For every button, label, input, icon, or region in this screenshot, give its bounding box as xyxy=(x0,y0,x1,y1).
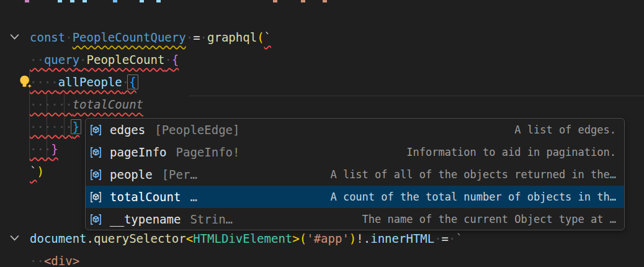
code-token: totalCount xyxy=(73,97,143,111)
code-token: < xyxy=(186,232,193,245)
code-token: · xyxy=(164,53,171,66)
suggest-item-label: people xyxy=(110,168,153,181)
clipped-code-fragment xyxy=(70,0,74,2)
clipped-code-fragment xyxy=(58,0,62,2)
squiggle-red-segment: ······} xyxy=(30,120,79,134)
code-token: ` xyxy=(264,30,271,44)
symbol-field-icon xyxy=(89,190,105,204)
suggest-item-label: pageInfo xyxy=(110,145,167,159)
squiggle-red-segment: ` xyxy=(264,30,271,44)
code-token: . xyxy=(364,232,370,245)
clipped-code-fragment xyxy=(273,0,277,2)
clipped-code-fragment xyxy=(301,0,305,2)
ghost-text-divider xyxy=(189,96,644,96)
code-token: ······ xyxy=(30,120,73,134)
code-segment: ·=·graphql( xyxy=(186,30,264,44)
code-token: ) xyxy=(349,232,356,245)
suggest-item-totalCount[interactable]: totalCount…A count of the total number o… xyxy=(86,186,624,208)
clipped-code-fragment xyxy=(113,0,117,2)
code-token: innerHTML xyxy=(370,232,434,245)
bracket-match-box: { xyxy=(127,75,138,89)
code-token: ( xyxy=(300,232,306,245)
code-segment: ) xyxy=(37,165,43,178)
suggest-item-description: A count of the total number of objects i… xyxy=(319,191,616,203)
code-line[interactable]: `) xyxy=(30,160,44,183)
code-line[interactable]: ····allPeople·{ xyxy=(30,71,136,93)
suggest-item-pageInfo[interactable]: pageInfoPageInfo!Information to aid in p… xyxy=(86,141,624,163)
code-line[interactable]: ··<div> xyxy=(30,250,79,267)
code-token: ) xyxy=(37,165,43,178)
code-token: query xyxy=(44,53,79,66)
clipped-code-fragment xyxy=(156,0,161,2)
code-token: . xyxy=(87,232,94,245)
suggest-item-__typename[interactable]: __typenameStrin…The name of the current … xyxy=(86,208,624,230)
code-token: graphql xyxy=(207,30,257,44)
code-token: ·· xyxy=(30,254,44,267)
code-token: · xyxy=(449,232,455,245)
code-segment: document.querySelector<HTMLDivElement>('… xyxy=(30,232,463,245)
fold-chevron-icon[interactable] xyxy=(9,31,21,43)
code-token: > xyxy=(292,232,299,245)
code-line[interactable]: ······} xyxy=(30,115,79,138)
code-token: ······ xyxy=(30,97,73,111)
suggest-item-type: … xyxy=(190,190,197,204)
code-editor: const·PeopleCountQuery·=·graphql(`··quer… xyxy=(0,0,644,267)
suggest-item-type: [PeopleEdge] xyxy=(154,123,239,137)
suggest-item-description: Information to aid in pagination. xyxy=(395,146,616,158)
code-segment: ··<div> xyxy=(30,254,79,267)
suggest-item-description: A list of all of the objects returned in… xyxy=(319,168,616,181)
symbol-field-icon xyxy=(89,123,105,137)
fold-chevron-icon[interactable] xyxy=(9,232,21,245)
code-segment: const· xyxy=(30,30,73,44)
code-token: · xyxy=(434,232,441,245)
code-line[interactable]: ··query·PeopleCount·{ xyxy=(30,48,179,71)
squiggle-red-segment: ······totalCount xyxy=(30,97,143,111)
suggest-item-type: Strin… xyxy=(190,212,233,226)
code-token: { xyxy=(172,53,179,66)
code-line[interactable]: ······totalCount xyxy=(30,93,143,115)
code-token: const xyxy=(30,30,65,44)
squiggle-red-segment: ····allPeople·{ xyxy=(30,75,136,89)
code-token: ` xyxy=(30,165,37,178)
suggest-item-edges[interactable]: edges[PeopleEdge]A list of edges. xyxy=(86,119,624,141)
clipped-code-fragment xyxy=(323,0,327,2)
symbol-field-icon xyxy=(89,212,105,226)
symbol-field-icon xyxy=(89,168,105,181)
suggest-item-label: totalCount xyxy=(110,190,181,204)
suggest-item-type: [Per… xyxy=(162,168,197,181)
squiggle-red-segment: ··query·PeopleCount·{ xyxy=(30,53,179,66)
code-token: PeopleCountQuery xyxy=(73,30,186,44)
code-token: ·· xyxy=(30,53,44,66)
squiggle-red-segment: ···} xyxy=(30,142,58,156)
code-token: · xyxy=(65,30,72,44)
code-line[interactable]: document.querySelector<HTMLDivElement>('… xyxy=(30,227,463,250)
code-token: · xyxy=(186,30,193,44)
bracket-match-box: } xyxy=(71,119,81,134)
code-token: · xyxy=(79,53,86,66)
suggest-item-type: PageInfo! xyxy=(176,145,240,159)
lightbulb-sparkle-icon[interactable] xyxy=(17,74,34,91)
code-token: querySelector xyxy=(94,232,186,245)
code-token: = xyxy=(442,232,449,245)
suggest-item-label: __typename xyxy=(110,212,181,226)
suggest-item-label: edges xyxy=(110,123,145,137)
code-token: · xyxy=(200,30,207,44)
code-token: HTMLDivElement xyxy=(193,232,292,245)
code-token: ! xyxy=(356,232,363,245)
code-token: <div> xyxy=(44,254,79,267)
suggest-widget: edges[PeopleEdge]A list of edges.pageInf… xyxy=(85,118,625,230)
code-line[interactable]: const·PeopleCountQuery·=·graphql(` xyxy=(30,26,271,48)
suggest-item-people[interactable]: people[Per…A list of all of the objects … xyxy=(86,163,624,186)
code-token: allPeople xyxy=(58,75,122,89)
clipped-code-fragment xyxy=(83,0,87,2)
clipped-code-fragment xyxy=(25,0,29,2)
code-token: = xyxy=(193,30,200,44)
suggest-item-description: A list of edges. xyxy=(503,124,616,136)
symbol-field-icon xyxy=(89,145,105,159)
code-token: PeopleCount xyxy=(87,53,165,66)
code-line[interactable]: ···} xyxy=(30,138,58,160)
squiggle-red-segment: ` xyxy=(30,165,37,178)
code-token: ··· xyxy=(30,142,51,156)
suggest-item-description: The name of the current Object type at … xyxy=(351,213,616,225)
code-token: '#app' xyxy=(306,232,349,245)
